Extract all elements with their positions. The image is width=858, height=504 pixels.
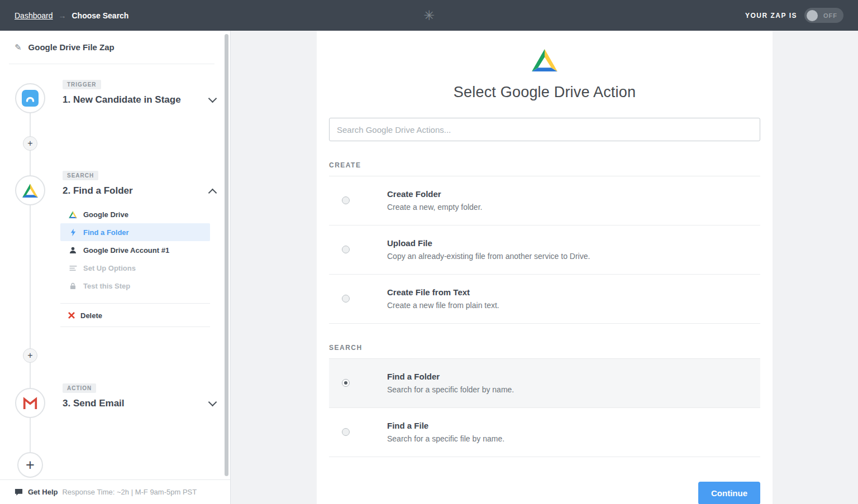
breadcrumb-current-page: Choose Search <box>72 11 129 20</box>
sidebar-scrollbar[interactable] <box>225 34 228 476</box>
zapier-logo-icon[interactable]: ✳ <box>423 8 435 23</box>
option-description: Search for a specific file by name. <box>387 434 504 443</box>
add-step-button[interactable]: + <box>23 348 37 363</box>
chat-bubble-icon <box>15 488 23 496</box>
substep-label: Test this Step <box>83 282 130 290</box>
zap-status: YOUR ZAP IS OFF <box>745 8 843 23</box>
substep-label: Find a Folder <box>83 228 129 237</box>
toggle-knob[interactable] <box>807 10 818 21</box>
option-title: Upload File <box>387 238 590 248</box>
google-drive-icon <box>68 211 78 218</box>
zap-title-row: ✎ Google Drive File Zap <box>9 31 214 64</box>
option-title: Create File from Text <box>387 287 499 297</box>
search-box <box>329 118 760 141</box>
step-title: 2. Find a Folder <box>63 185 133 196</box>
breadcrumb: Dashboard → Choose Search <box>15 11 128 20</box>
substep-label: Google Drive Account #1 <box>83 246 169 255</box>
toggle-state-text: OFF <box>823 12 837 19</box>
option-title: Create Folder <box>387 189 482 199</box>
step-badge: ACTION <box>63 383 96 393</box>
substep-test-this-step[interactable]: Test this Step <box>60 277 210 295</box>
chevron-up-icon[interactable] <box>208 188 217 197</box>
option-title: Find a File <box>387 421 504 430</box>
zap-on-off-toggle[interactable]: OFF <box>804 8 843 23</box>
chevron-down-icon[interactable] <box>208 94 217 103</box>
step-header-action[interactable]: 3. Send Email <box>63 398 216 409</box>
add-step-button[interactable]: + <box>23 136 37 151</box>
option-description: Search for a specific folder by name. <box>387 385 514 394</box>
help-bar: Get Help Response Time: ~2h | M-F 9am-5p… <box>0 479 230 504</box>
option-find-a-folder[interactable]: Find a Folder Search for a specific fold… <box>329 359 760 408</box>
radio-button[interactable] <box>342 246 350 253</box>
option-description: Copy an already-existing file from anoth… <box>387 252 590 261</box>
trigger-app-glyph <box>22 90 39 107</box>
option-description: Create a new file from plain text. <box>387 301 499 310</box>
topbar: Dashboard → Choose Search ✳ YOUR ZAP IS … <box>0 0 858 31</box>
step-trigger: TRIGGER 1. New Candidate in Stage <box>63 79 216 105</box>
substep-account[interactable]: Google Drive Account #1 <box>60 241 210 259</box>
breadcrumb-dashboard-link[interactable]: Dashboard <box>15 11 53 20</box>
substep-find-a-folder[interactable]: Find a Folder <box>60 223 210 241</box>
page-title: Select Google Drive Action <box>329 84 760 101</box>
substep-google-drive[interactable]: Google Drive <box>60 205 210 223</box>
step-title: 3. Send Email <box>63 398 125 409</box>
radio-button[interactable] <box>342 428 350 436</box>
substep-list: Google Drive Find a Folder Google Drive … <box>60 205 210 295</box>
radio-button[interactable] <box>342 295 350 303</box>
delete-step-button[interactable]: Delete <box>68 308 102 323</box>
add-step-button-large[interactable]: + <box>17 452 43 478</box>
gmail-step-icon[interactable] <box>15 388 45 418</box>
google-drive-step-icon[interactable] <box>15 175 45 205</box>
step-header-trigger[interactable]: 1. New Candidate in Stage <box>63 94 216 105</box>
get-help-link[interactable]: Get Help <box>28 488 58 496</box>
continue-button[interactable]: Continue <box>698 482 760 504</box>
zap-editor-sidebar: ✎ Google Drive File Zap + + + TRIGGER 1.… <box>0 31 231 504</box>
substep-set-up-options[interactable]: Set Up Options <box>60 259 210 277</box>
lightning-icon <box>68 228 78 237</box>
step-search: SEARCH 2. Find a Folder <box>63 170 216 196</box>
section-header-search: SEARCH <box>329 344 760 359</box>
radio-button[interactable] <box>342 196 350 204</box>
help-response-time: Response Time: ~2h | M-F 9am-5pm PST <box>62 488 197 496</box>
main-content: Select Google Drive Action CREATE Create… <box>231 31 858 504</box>
zap-name: Google Drive File Zap <box>28 42 115 52</box>
breadcrumb-arrow-icon: → <box>59 11 66 20</box>
chevron-down-icon[interactable] <box>208 397 217 406</box>
step-action: ACTION 3. Send Email <box>63 382 216 409</box>
zap-status-label: YOUR ZAP IS <box>745 12 797 20</box>
option-find-a-file[interactable]: Find a File Search for a specific file b… <box>329 408 760 457</box>
continue-row: Continue <box>329 482 760 504</box>
divider <box>60 327 210 327</box>
user-icon <box>68 247 78 254</box>
section-header-create: CREATE <box>329 161 760 176</box>
step-badge: TRIGGER <box>63 80 101 89</box>
edit-pencil-icon[interactable]: ✎ <box>15 42 22 52</box>
step-header-search[interactable]: 2. Find a Folder <box>63 185 216 196</box>
delete-label: Delete <box>80 311 102 320</box>
substep-label: Google Drive <box>83 210 128 219</box>
search-input[interactable] <box>329 118 760 141</box>
divider <box>60 303 210 304</box>
step-badge: SEARCH <box>63 171 98 180</box>
option-create-file-from-text[interactable]: Create File from Text Create a new file … <box>329 275 760 324</box>
option-create-folder[interactable]: Create Folder Create a new, empty folder… <box>329 176 760 225</box>
google-drive-icon <box>22 184 38 198</box>
option-upload-file[interactable]: Upload File Copy an already-existing fil… <box>329 225 760 275</box>
option-description: Create a new, empty folder. <box>387 203 482 212</box>
options-icon <box>68 265 78 271</box>
action-select-card: Select Google Drive Action CREATE Create… <box>317 31 773 504</box>
google-drive-logo-icon <box>532 49 557 71</box>
substep-label: Set Up Options <box>83 264 136 272</box>
step-title: 1. New Candidate in Stage <box>63 94 181 105</box>
radio-button-selected[interactable] <box>342 379 350 387</box>
gmail-icon <box>23 397 37 409</box>
trigger-app-icon[interactable] <box>15 83 45 113</box>
lock-icon <box>68 282 78 290</box>
delete-x-icon <box>68 312 75 319</box>
option-title: Find a Folder <box>387 372 514 381</box>
